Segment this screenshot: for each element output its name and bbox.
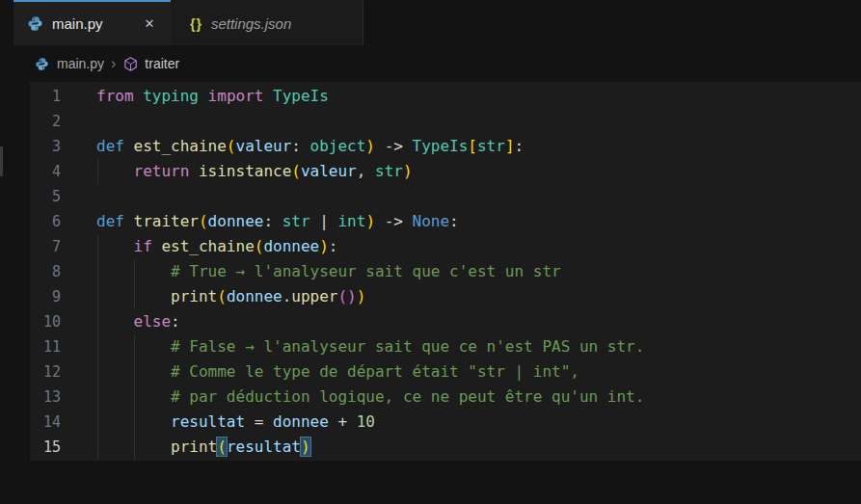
code-line[interactable]: 11 # False → l'analyseur sait que ce n'e… bbox=[30, 334, 861, 359]
tab-bar: main.py ✕ {} settings.json bbox=[0, 0, 861, 45]
code-line[interactable]: 4 return isinstance(valeur, str) bbox=[30, 159, 861, 184]
code-line[interactable]: 14 resultat = donnee + 10 bbox=[30, 410, 861, 435]
code-line[interactable]: 12 # Comme le type de départ était "str … bbox=[30, 359, 861, 385]
code-line-content: from typing import TypeIs bbox=[96, 84, 329, 109]
indent-guide bbox=[97, 234, 98, 259]
breadcrumb-file[interactable]: main.py bbox=[57, 56, 104, 71]
code-line-content: # False → l'analyseur sait que ce n'est … bbox=[96, 334, 644, 359]
tabbar-left-spacer bbox=[0, 0, 13, 45]
code-line[interactable]: 1from typing import TypeIs bbox=[30, 84, 861, 109]
line-number[interactable]: 14 bbox=[30, 410, 61, 435]
indent-guide bbox=[134, 435, 135, 460]
code-line-content: def est_chaine(valeur: object) -> TypeIs… bbox=[96, 134, 524, 159]
json-braces-icon: {} bbox=[190, 16, 202, 32]
line-number[interactable]: 10 bbox=[30, 309, 61, 334]
line-number[interactable]: 13 bbox=[30, 385, 61, 410]
indent-guide bbox=[134, 259, 135, 284]
python-icon bbox=[35, 57, 49, 71]
code-line[interactable]: 2 bbox=[30, 109, 861, 134]
code-line-content: # True → l'analyseur sait que c'est un s… bbox=[96, 259, 561, 284]
code-line[interactable]: 15 print(resultat) bbox=[30, 435, 861, 460]
code-line[interactable]: 9 print(donnee.upper()) bbox=[30, 284, 861, 309]
line-number[interactable]: 9 bbox=[30, 284, 61, 309]
line-number[interactable]: 15 bbox=[30, 435, 61, 460]
code-line-content: return isinstance(valeur, str) bbox=[96, 159, 413, 184]
indent-guide bbox=[97, 334, 98, 359]
line-number[interactable]: 2 bbox=[30, 109, 61, 134]
line-number[interactable]: 7 bbox=[30, 234, 61, 259]
symbol-method-icon bbox=[122, 56, 139, 72]
indent-guide bbox=[134, 359, 135, 385]
line-number[interactable]: 5 bbox=[30, 184, 61, 209]
code-line[interactable]: 5 bbox=[30, 184, 861, 209]
code-line[interactable]: 8 # True → l'analyseur sait que c'est un… bbox=[30, 259, 861, 284]
line-number[interactable]: 4 bbox=[30, 159, 61, 184]
code-line-content: # par déduction logique, ce ne peut être… bbox=[96, 385, 644, 410]
code-line-content: print(donnee.upper()) bbox=[96, 284, 365, 309]
indent-guide bbox=[97, 359, 98, 385]
code-editor[interactable]: 1from typing import TypeIs23def est_chai… bbox=[30, 82, 861, 461]
code-line-content: resultat = donnee + 10 bbox=[96, 410, 375, 435]
line-number[interactable]: 12 bbox=[30, 359, 61, 385]
tab-main-py[interactable]: main.py ✕ bbox=[13, 0, 171, 45]
code-line-content: if est_chaine(donnee): bbox=[96, 234, 337, 259]
line-number[interactable]: 8 bbox=[30, 259, 61, 284]
indent-guide bbox=[97, 309, 98, 334]
breadcrumb: main.py › traiter bbox=[0, 45, 861, 82]
code-line[interactable]: 13 # par déduction logique, ce ne peut ê… bbox=[30, 385, 861, 410]
code-line-content: print(resultat) bbox=[96, 435, 310, 460]
code-line-content: else: bbox=[96, 309, 180, 334]
indent-guide bbox=[97, 159, 98, 184]
indent-guide bbox=[97, 259, 98, 284]
line-number[interactable]: 3 bbox=[30, 134, 61, 159]
python-icon bbox=[27, 15, 43, 32]
tab-settings-json[interactable]: {} settings.json bbox=[171, 0, 363, 45]
indent-guide bbox=[134, 385, 135, 410]
line-number[interactable]: 1 bbox=[30, 84, 61, 109]
code-line[interactable]: 6def traiter(donnee: str | int) -> None: bbox=[30, 209, 861, 234]
breadcrumb-symbol[interactable]: traiter bbox=[145, 56, 179, 71]
line-number[interactable]: 11 bbox=[30, 334, 61, 359]
indent-guide bbox=[134, 334, 135, 359]
indent-guide bbox=[97, 385, 98, 410]
code-line-content: def traiter(donnee: str | int) -> None: bbox=[96, 209, 459, 234]
code-line[interactable]: 3def est_chaine(valeur: object) -> TypeI… bbox=[30, 134, 861, 159]
line-number[interactable]: 6 bbox=[30, 209, 61, 234]
code-line[interactable]: 7 if est_chaine(donnee): bbox=[30, 234, 861, 259]
tab-settings-json-label: settings.json bbox=[211, 15, 291, 32]
left-edge-sash[interactable] bbox=[0, 146, 3, 176]
code-line[interactable]: 10 else: bbox=[30, 309, 861, 334]
indent-guide bbox=[134, 410, 135, 435]
close-icon[interactable]: ✕ bbox=[140, 14, 159, 34]
tab-main-py-label: main.py bbox=[52, 15, 103, 32]
indent-guide bbox=[134, 284, 135, 309]
code-line-content: # Comme le type de départ était "str | i… bbox=[96, 359, 579, 385]
breadcrumb-separator: › bbox=[111, 57, 116, 70]
indent-guide bbox=[97, 410, 98, 435]
indent-guide bbox=[97, 435, 98, 460]
indent-guide bbox=[97, 284, 98, 309]
